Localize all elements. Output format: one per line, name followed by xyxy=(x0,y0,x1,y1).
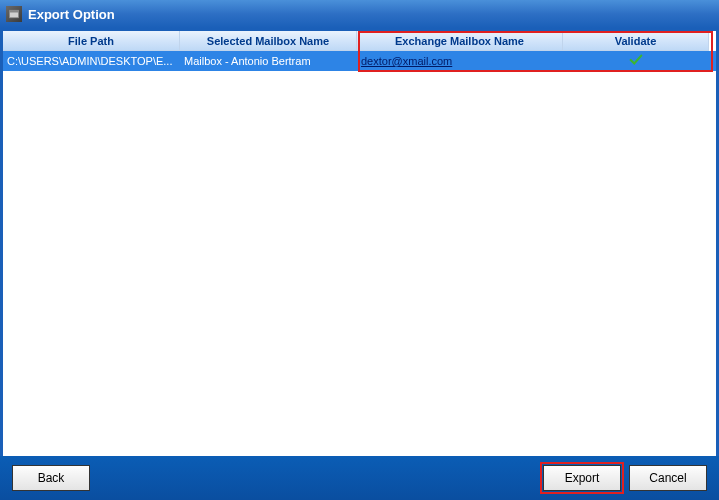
app-icon xyxy=(6,6,22,22)
exchange-email-link[interactable]: dextor@xmail.com xyxy=(361,55,452,67)
cell-exchange-mailbox: dextor@xmail.com xyxy=(357,51,563,71)
cell-validate xyxy=(563,51,709,71)
column-header-selected-mailbox[interactable]: Selected Mailbox Name xyxy=(180,31,357,51)
cell-filepath: C:\USERS\ADMIN\DESKTOP\E... xyxy=(3,51,180,71)
back-button[interactable]: Back xyxy=(12,465,90,491)
column-header-filepath[interactable]: File Path xyxy=(3,31,180,51)
cancel-button[interactable]: Cancel xyxy=(629,465,707,491)
window-title: Export Option xyxy=(28,7,115,22)
validate-check-icon xyxy=(629,53,643,69)
button-bar-right: Export Cancel xyxy=(543,465,707,491)
table-row[interactable]: C:\USERS\ADMIN\DESKTOP\E... Mailbox - An… xyxy=(3,51,716,71)
table-header: File Path Selected Mailbox Name Exchange… xyxy=(3,31,716,51)
table-wrapper: File Path Selected Mailbox Name Exchange… xyxy=(3,31,716,456)
button-bar: Back Export Cancel xyxy=(0,456,719,500)
cell-selected-mailbox: Mailbox - Antonio Bertram xyxy=(180,51,357,71)
column-header-exchange-mailbox[interactable]: Exchange Mailbox Name xyxy=(357,31,563,51)
svg-rect-1 xyxy=(10,10,19,12)
export-button[interactable]: Export xyxy=(543,465,621,491)
column-header-validate[interactable]: Validate xyxy=(563,31,709,51)
titlebar: Export Option xyxy=(0,0,719,28)
content-area: File Path Selected Mailbox Name Exchange… xyxy=(3,31,716,456)
